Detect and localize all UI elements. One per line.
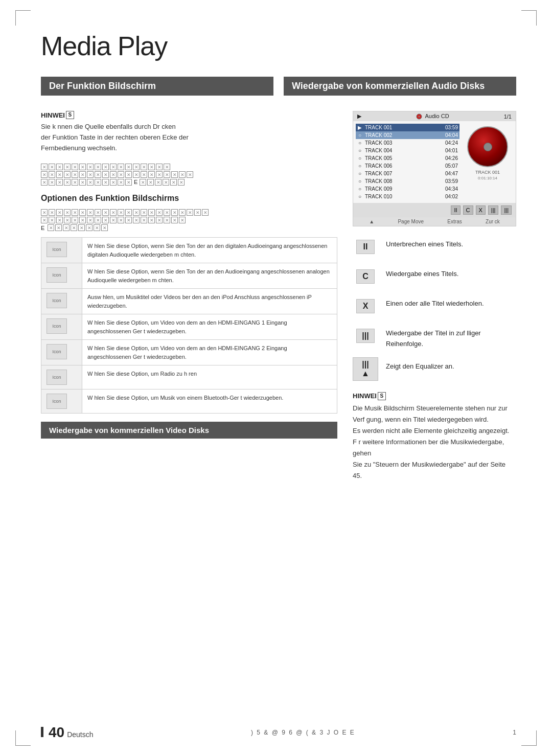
control-item-4: |||▲ Zeigt den Equalizer an. bbox=[353, 359, 516, 379]
option-desc-cell: W hlen Sie diese Option, um Radio zu h r… bbox=[82, 365, 337, 390]
option-icon-cell: Icon bbox=[41, 289, 82, 314]
track-icon: ○ bbox=[357, 194, 362, 199]
controls-section: II Unterbrechen eines Titels. C Wiederga… bbox=[353, 237, 516, 379]
options-table: Icon W hlen Sie diese Option, wenn Sie d… bbox=[41, 237, 337, 414]
track-time: 04:24 bbox=[440, 140, 458, 146]
hinweis-line: Verf gung, wenn ein Titel wiedergegeben … bbox=[353, 414, 516, 425]
control-item-2: X Einen oder alle Titel wiederholen. bbox=[353, 296, 516, 316]
cd-controls[interactable]: IICX|||||| bbox=[353, 203, 516, 217]
page-language: Deutsch bbox=[67, 730, 93, 739]
page-number: 40 bbox=[49, 724, 64, 741]
hinweis-line: Die Musik Bildschirm Steuerelemente steh… bbox=[353, 403, 516, 414]
track-icon: ○ bbox=[357, 178, 362, 184]
track-time: 04:34 bbox=[440, 186, 458, 192]
track-name: TRACK 010 bbox=[365, 194, 438, 199]
cd-header-spacer: ▶ bbox=[357, 113, 361, 120]
hinweis-label: HINWEI bbox=[41, 111, 65, 119]
option-desc-cell: W hlen Sie diese Option, wenn Sie den To… bbox=[82, 263, 337, 289]
control-symbol: II bbox=[353, 237, 378, 257]
cd-player-body: ▶ TRACK 001 03:59 ○ TRACK 002 04:04 ○ TR… bbox=[353, 121, 516, 203]
hinweis-title: HINWEIS bbox=[41, 111, 337, 119]
track-time: 05:07 bbox=[440, 163, 458, 169]
footer-right: 1 bbox=[513, 729, 516, 736]
track-row[interactable]: ○ TRACK 007 04:47 bbox=[356, 170, 459, 177]
track-name: TRACK 002 bbox=[365, 132, 438, 138]
track-row[interactable]: ▶ TRACK 001 03:59 bbox=[356, 124, 459, 131]
track-icon: ○ bbox=[357, 163, 362, 169]
track-row[interactable]: ○ TRACK 003 04:24 bbox=[356, 139, 459, 147]
track-row[interactable]: ○ TRACK 010 04:02 bbox=[356, 193, 459, 200]
hinweis-icon: S bbox=[66, 111, 74, 119]
cd-control-4[interactable]: ||| bbox=[501, 205, 512, 215]
hinweis-box: HINWEIS Sie k nnen die Quelle ebenfalls … bbox=[41, 111, 337, 153]
track-time: 04:02 bbox=[440, 194, 458, 199]
footer-code: ) 5 & @ 9 6 @ ( & 3 J O E E bbox=[251, 729, 355, 736]
option-desc-cell: Ausw hlen, um Musiktitel oder Videos ber… bbox=[82, 289, 337, 314]
track-icon: ○ bbox=[357, 186, 362, 192]
track-icon: ▶ bbox=[357, 125, 362, 130]
track-row[interactable]: ○ TRACK 002 04:04 bbox=[356, 131, 459, 139]
cd-control-0[interactable]: II bbox=[451, 205, 460, 215]
control-item-1: C Wiedergabe eines Titels. bbox=[353, 266, 516, 287]
track-name: TRACK 009 bbox=[365, 186, 438, 192]
symbol-box: C bbox=[356, 269, 375, 284]
cd-player-ui: ▶ Audio CD 1/1 ▶ TRACK 001 03:59 ○ T bbox=[353, 111, 516, 226]
video-section-header: Wiedergabe von kommerziellen Video Disks bbox=[41, 422, 337, 439]
control-desc: Unterbrechen eines Titels. bbox=[386, 237, 463, 250]
track-name: TRACK 004 bbox=[365, 148, 438, 153]
option-row: Icon Ausw hlen, um Musiktitel oder Video… bbox=[41, 289, 337, 314]
cd-nav-item-3[interactable]: Zur ck bbox=[486, 219, 500, 224]
track-name: TRACK 005 bbox=[365, 155, 438, 161]
track-row[interactable]: ○ TRACK 009 04:34 bbox=[356, 185, 459, 193]
cd-control-1[interactable]: C bbox=[463, 205, 473, 215]
main-content: HINWEIS Sie k nnen die Quelle ebenfalls … bbox=[41, 111, 516, 482]
cd-nav-item-2[interactable]: Extras bbox=[447, 219, 462, 224]
track-time: 04:04 bbox=[440, 132, 458, 138]
option-icon-cell: Icon bbox=[41, 238, 82, 263]
track-row[interactable]: ○ TRACK 008 03:59 bbox=[356, 177, 459, 185]
hinweis-line: Sie zu "Steuern der Musikwiedergabe" auf… bbox=[353, 459, 516, 482]
control-symbol: C bbox=[353, 266, 378, 287]
redacted-block-2: E bbox=[41, 209, 337, 231]
cd-player-header: ▶ Audio CD 1/1 bbox=[353, 111, 516, 121]
track-icon: ○ bbox=[357, 155, 362, 161]
hinweis-line: F r weitere Informationen ber die Musikw… bbox=[353, 437, 516, 459]
track-time: 03:59 bbox=[440, 178, 458, 184]
cd-control-2[interactable]: X bbox=[476, 205, 486, 215]
control-symbol: |||▲ bbox=[353, 359, 378, 379]
right-column: ▶ Audio CD 1/1 ▶ TRACK 001 03:59 ○ T bbox=[353, 111, 516, 482]
bottom-hinweis-title: HINWEIS bbox=[353, 392, 516, 400]
track-time: 03:59 bbox=[440, 125, 458, 130]
track-name: TRACK 008 bbox=[365, 178, 438, 184]
option-icon-cell: Icon bbox=[41, 390, 82, 414]
section-headers: Der Funktion Bildschirm Wiedergabe von k… bbox=[41, 77, 516, 96]
cd-header-page: 1/1 bbox=[504, 113, 512, 120]
section-header-left: Der Funktion Bildschirm bbox=[41, 77, 273, 96]
bottom-hinweis-text: Die Musik Bildschirm Steuerelemente steh… bbox=[353, 403, 516, 482]
track-time: 04:01 bbox=[440, 148, 458, 153]
page-title: Media Play bbox=[41, 31, 516, 61]
track-row[interactable]: ○ TRACK 004 04:01 bbox=[356, 147, 459, 154]
option-desc-cell: W hlen Sie diese Option, um Musik von ei… bbox=[82, 390, 337, 414]
cd-nav: ▲Page MoveExtrasZur ck bbox=[353, 217, 516, 226]
control-desc: Wiedergabe eines Titels. bbox=[386, 266, 458, 280]
cd-nav-item-1[interactable]: Page Move bbox=[398, 219, 424, 224]
symbol-box: |||▲ bbox=[353, 357, 378, 381]
cd-control-3[interactable]: ||| bbox=[488, 205, 499, 215]
option-desc-cell: W hlen Sie diese Option, wenn Sie den To… bbox=[82, 238, 337, 263]
option-row: Icon W hlen Sie diese Option, um Video v… bbox=[41, 314, 337, 340]
control-item-3: ||| Wiedergabe der Titel in zuf lliger R… bbox=[353, 326, 516, 350]
cd-disc bbox=[467, 126, 508, 167]
control-desc: Einen oder alle Titel wiederholen. bbox=[386, 296, 484, 309]
track-row[interactable]: ○ TRACK 006 05:07 bbox=[356, 162, 459, 170]
option-row: Icon W hlen Sie diese Option, wenn Sie d… bbox=[41, 238, 337, 263]
cd-nav-item-0[interactable]: ▲ bbox=[369, 219, 374, 224]
option-desc-cell: W hlen Sie diese Option, um Video von de… bbox=[82, 340, 337, 365]
track-name: TRACK 003 bbox=[365, 140, 438, 146]
cd-header-label: Audio CD bbox=[416, 113, 449, 120]
track-row[interactable]: ○ TRACK 005 04:26 bbox=[356, 154, 459, 162]
option-icon-cell: Icon bbox=[41, 314, 82, 340]
symbol-box: X bbox=[356, 299, 375, 313]
page-number-section: 40 Deutsch bbox=[41, 724, 94, 741]
page-bar bbox=[41, 727, 43, 737]
